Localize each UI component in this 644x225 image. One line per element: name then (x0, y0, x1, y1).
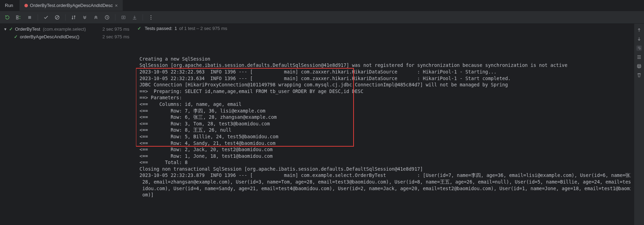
tab-test[interactable]: OrderByTest.orderByAgeDescAndIdDesc × (20, 0, 123, 11)
run-toolbar (0, 11, 644, 24)
console-line: ==> Preparing: SELECT id,name,age,email … (139, 88, 627, 95)
toolbar-separator (65, 14, 66, 21)
more-icon[interactable] (147, 14, 155, 21)
console-line: <== Row: 1, Jone, 18, test1@baomidou.com (139, 153, 627, 160)
svg-point-6 (123, 17, 124, 18)
rerun-icon[interactable] (3, 14, 11, 21)
svg-point-8 (151, 17, 151, 17)
tree-root-package: (com.example.select) (43, 26, 86, 32)
console-output[interactable]: Creating a new SqlSessionSqlSession [org… (136, 34, 631, 222)
scroll-to-end-icon[interactable] (636, 54, 642, 60)
stop-icon[interactable] (26, 14, 33, 21)
up-arrow-icon[interactable] (636, 27, 642, 33)
console-line: om)] (139, 192, 627, 198)
console-line: <== Row: 6, 张三, 28, zhangsan@example.com (139, 114, 627, 121)
console-line: <== Total: 8 (139, 159, 627, 166)
tree-test-name: orderByAgeDescAndIdDesc() (20, 34, 79, 39)
collapse-all-icon[interactable] (92, 14, 100, 21)
toolbar-separator (143, 14, 143, 21)
console-line: 28, email=zhangsan@example.com), User(id… (139, 179, 627, 185)
console-line: <== Row: 5, Billie, 24, test5@baomidou.c… (139, 133, 627, 140)
history-icon[interactable] (103, 14, 111, 21)
import-results-icon[interactable] (120, 14, 127, 21)
console-line: Closing non transactional SqlSession [or… (139, 166, 627, 172)
tab-test-label: OrderByTest.orderByAgeDescAndIdDesc (30, 3, 113, 8)
tree-row-root[interactable]: ▾ ✓ OrderByTest (com.example.select) 2 s… (0, 25, 134, 33)
export-results-icon[interactable] (131, 14, 138, 21)
expand-all-icon[interactable] (81, 14, 89, 21)
right-gutter (634, 24, 644, 225)
console-line: <== Row: 8, 王五, 26, null (139, 127, 627, 133)
svg-rect-0 (16, 16, 18, 17)
console-line: 2023-10-05 22:32:22.963 INFO 1396 --- [ … (139, 69, 627, 75)
test-status: ✓ Tests passed: 1 of 1 test – 2 sec 975 … (134, 24, 634, 33)
console-line: <== Row: 7, 李四, 36, lisi@example.com (139, 108, 627, 114)
check-icon: ✓ (137, 26, 141, 31)
svg-rect-5 (122, 16, 125, 19)
toolbar-separator (38, 14, 38, 21)
console-line: 2023-10-05 22:32:23.879 INFO 1396 --- [ … (139, 172, 627, 179)
show-ignored-icon[interactable] (53, 14, 61, 21)
status-suffix: of 1 test – 2 sec 975 ms (179, 26, 227, 31)
check-icon: ✓ (9, 26, 13, 32)
svg-rect-1 (16, 18, 18, 19)
test-tree: ▾ ✓ OrderByTest (com.example.select) 2 s… (0, 24, 134, 225)
console-line: <== Row: 3, Tom, 28, test3@baomidou.com (139, 121, 627, 127)
status-prefix: Tests passed: (145, 26, 173, 31)
close-icon[interactable]: × (115, 3, 118, 8)
svg-point-9 (151, 18, 151, 19)
tab-run-label: Run (5, 3, 13, 8)
console-line: <== Row: 4, Sandy, 21, test4@baomidou.co… (139, 140, 627, 147)
soft-wrap-icon[interactable] (636, 45, 642, 51)
main-split: ▾ ✓ OrderByTest (com.example.select) 2 s… (0, 24, 644, 225)
console-line: idou.com), User(id=4, name=Sandy, age=21… (139, 185, 627, 192)
svg-rect-2 (28, 16, 31, 19)
show-passed-icon[interactable] (42, 14, 50, 21)
check-icon: ✓ (14, 34, 18, 39)
tree-root-time: 2 sec 975 ms (103, 26, 134, 32)
tree-root-name: OrderByTest (15, 26, 40, 32)
status-count: 1 (175, 26, 177, 31)
console-line: <== Row: 2, Jack, 20, test2@baomidou.com (139, 146, 627, 153)
toolbar-separator (115, 14, 115, 21)
trash-icon[interactable] (636, 72, 642, 78)
console-line: JDBC Connection [HikariProxyConnection@1… (139, 82, 627, 88)
tree-test-time: 2 sec 975 ms (103, 34, 134, 39)
sort-icon[interactable] (70, 14, 77, 21)
rerun-failed-icon[interactable] (15, 14, 22, 21)
down-arrow-icon[interactable] (636, 36, 642, 42)
chevron-down-icon[interactable]: ▾ (4, 26, 8, 32)
console-line: 2023-10-05 22:32:23.634 INFO 1396 --- [ … (139, 75, 627, 82)
svg-point-7 (151, 15, 151, 16)
console-line: SqlSession [org.apache.ibatis.session.de… (139, 62, 627, 69)
console-line: ==> Parameters: (139, 94, 627, 101)
tree-row-test[interactable]: ✓ orderByAgeDescAndIdDesc() 2 sec 975 ms (0, 33, 134, 40)
console-line: Creating a new SqlSession (139, 56, 627, 62)
tab-run[interactable]: Run (0, 0, 20, 11)
print-icon[interactable] (636, 63, 642, 69)
test-run-icon (24, 4, 28, 7)
tab-bar: Run OrderByTest.orderByAgeDescAndIdDesc … (0, 0, 644, 11)
console-panel: ✓ Tests passed: 1 of 1 test – 2 sec 975 … (134, 24, 634, 225)
console-line: <== Columns: id, name, age, email (139, 101, 627, 108)
